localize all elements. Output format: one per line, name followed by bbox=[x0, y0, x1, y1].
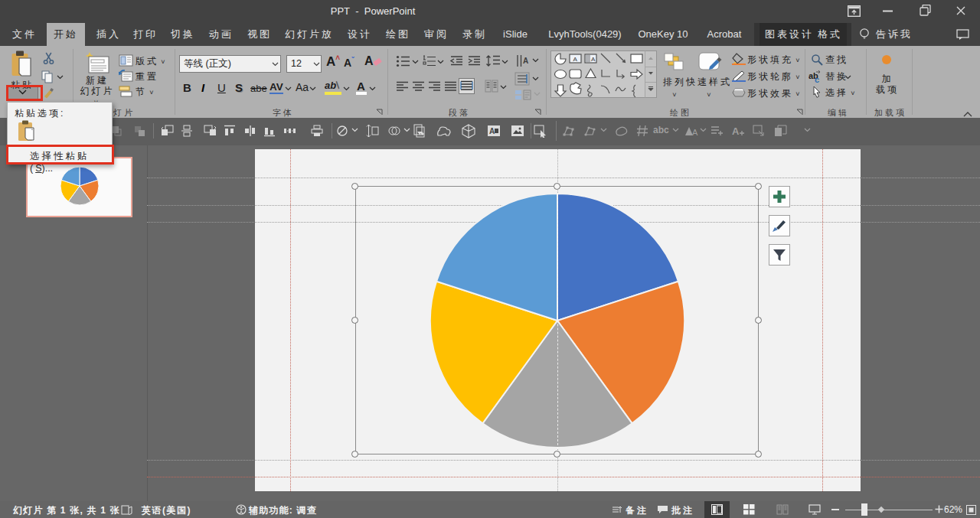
svg-text:A: A bbox=[573, 56, 578, 63]
svg-text:A: A bbox=[523, 57, 528, 65]
svg-text:A: A bbox=[692, 128, 698, 137]
svg-text:A: A bbox=[732, 125, 740, 137]
svg-text:A: A bbox=[591, 56, 596, 63]
svg-text:A: A bbox=[489, 127, 495, 135]
svg-text:c: c bbox=[815, 75, 819, 83]
